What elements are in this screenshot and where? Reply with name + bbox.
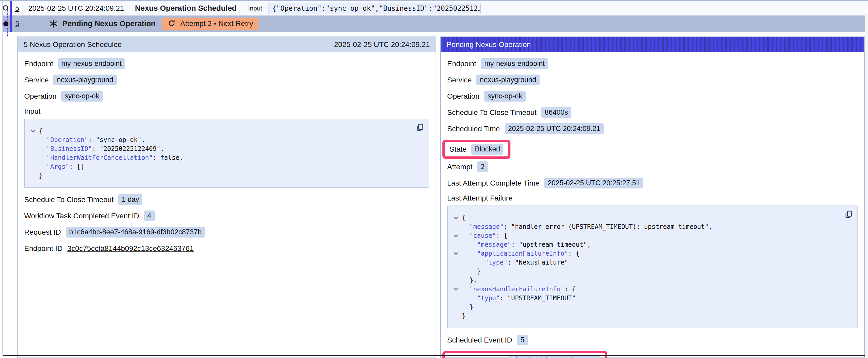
right-gutter	[865, 15, 868, 358]
json-line-text: }	[462, 312, 466, 321]
field-label: Scheduled Time	[447, 125, 500, 133]
chevron-spacer	[450, 294, 462, 303]
field-value-chip: 2	[477, 161, 488, 172]
collapse-chevron-icon[interactable]	[450, 249, 462, 258]
field-row-last-attempt-complete-time: Last Attempt Complete Time 2025-02-25 UT…	[447, 178, 858, 189]
input-section-label: Input	[24, 107, 429, 116]
field-label: Service	[447, 76, 471, 84]
event-detail-area: 5 Nexus Operation Scheduled 2025-02-25 U…	[3, 32, 868, 358]
field-label: State	[450, 145, 467, 154]
field-row-endpoint: Endpoint my-nexus-endpoint	[24, 58, 429, 69]
json-line-text: "applicationFailureInfo": {	[462, 249, 580, 258]
chevron-spacer	[450, 222, 462, 231]
field-value-chip: my-nexus-endpoint	[58, 58, 125, 69]
json-line: "Operation": "sync-op-ok",	[27, 135, 413, 144]
field-label: Last Attempt Complete Time	[447, 179, 539, 187]
json-line-text: "message": "handler error (UPSTREAM_TIME…	[462, 222, 712, 231]
input-json-block: { "Operation": "sync-op-ok", "BusinessID…	[24, 119, 429, 188]
pending-operation-title: Pending Nexus Operation	[63, 20, 156, 28]
collapse-chevron-icon[interactable]	[27, 127, 39, 135]
chevron-spacer	[27, 162, 39, 171]
field-value-chip: 5	[517, 335, 528, 346]
chevron-spacer	[450, 258, 462, 267]
json-line: }	[27, 171, 413, 180]
field-row-operation: Operation sync-op-ok	[447, 91, 858, 102]
field-value-chip: b1c6a4bc-8ee7-468a-9169-df3b02c8737b	[66, 227, 205, 237]
panel-timestamp: 2025-02-25 UTC 20:24:09.21	[334, 40, 430, 49]
failure-json-block: { "message": "handler error (UPSTREAM_TI…	[447, 205, 858, 328]
state-value-chip: Blocked	[471, 144, 503, 155]
event-row-nexus-operation-scheduled[interactable]: 5 2025-02-25 UTC 20:24:09.21 Nexus Opera…	[3, 1, 868, 15]
field-label: Schedule To Close Timeout	[447, 108, 536, 117]
field-row-schedule-to-close-timeout: Schedule To Close Timeout 1 day	[24, 194, 429, 205]
event-name: Nexus Operation Scheduled	[135, 4, 237, 12]
field-row-endpoint: Endpoint my-nexus-endpoint	[447, 58, 858, 69]
field-label: Blocked Reason	[450, 356, 503, 358]
field-row-scheduled-time: Scheduled Time 2025-02-25 UTC 20:24:09.2…	[447, 123, 858, 134]
json-line-text: "type": "UPSTREAM_TIMEOUT"	[462, 294, 576, 303]
field-label: Endpoint	[447, 60, 476, 68]
pending-operation-panel: Pending Nexus Operation Endpoint my-nexu…	[440, 36, 865, 358]
json-line: "applicationFailureInfo": {	[450, 249, 842, 258]
endpoint-id-link[interactable]: 3c0c75ccfa8144b092c13ce632463761	[67, 245, 194, 253]
json-line-text: "Operation": "sync-op-ok",	[39, 135, 145, 144]
chevron-spacer	[27, 135, 39, 144]
json-line: "cause": {	[450, 231, 842, 240]
field-row-request-id: Request ID b1c6a4bc-8ee7-468a-9169-df3b0…	[24, 227, 429, 237]
timeline-filled-circle-icon	[3, 21, 8, 26]
json-line: "message": "handler error (UPSTREAM_TIME…	[450, 222, 842, 231]
pending-operation-panel-header: Pending Nexus Operation	[441, 37, 864, 52]
json-line: "nexusHandlerFailureInfo": {	[450, 285, 842, 294]
field-label: Service	[24, 76, 49, 84]
json-line-text: }	[39, 171, 42, 180]
field-value-chip: 2025-02-25 UTC 20:24:09.21	[505, 123, 604, 134]
json-line: "type": "NexusFailure"	[450, 258, 842, 267]
json-line-text: "message": "upstream timeout",	[462, 240, 591, 249]
scheduled-event-panel-body: Endpoint my-nexus-endpoint Service nexus…	[18, 52, 436, 262]
copy-button[interactable]	[844, 210, 853, 220]
field-value-chip: 2025-02-25 UTC 20:25:27.51	[544, 178, 643, 189]
field-value-chip: 1 day	[118, 194, 143, 205]
field-row-endpoint-id: Endpoint ID 3c0c75ccfa8144b092c13ce63246…	[24, 243, 429, 254]
json-line: },	[450, 276, 842, 285]
chevron-spacer	[27, 153, 39, 162]
chevron-spacer	[450, 240, 462, 249]
collapse-chevron-icon[interactable]	[450, 231, 462, 240]
field-row-workflow-task-completed-event-id: Workflow Task Completed Event ID 4	[24, 210, 429, 221]
field-value-chip: sync-op-ok	[484, 91, 526, 102]
nexus-star-icon	[49, 19, 58, 28]
event-input-preview-chip[interactable]: {"Operation":"sync-op-ok","BusinessID":"…	[268, 3, 481, 14]
json-line: }	[450, 303, 842, 312]
history-bottom-divider	[3, 355, 868, 356]
temporal-event-history-screen: 5 2025-02-25 UTC 20:24:09.21 Nexus Opera…	[0, 0, 868, 358]
json-line-text: }	[462, 303, 473, 312]
pending-operation-row[interactable]: 5 Pending Nexus Operation Attempt 2 • Ne…	[3, 15, 868, 32]
field-value-chip: nexus-playground	[53, 74, 117, 85]
json-line: "type": "UPSTREAM_TIMEOUT"	[450, 294, 842, 303]
json-line: "HandlerWaitForCancellation": false,	[27, 153, 413, 162]
collapse-chevron-icon[interactable]	[450, 214, 462, 222]
event-id-link[interactable]: 5	[15, 4, 20, 12]
json-line: {	[27, 127, 413, 135]
collapse-chevron-icon[interactable]	[450, 285, 462, 294]
pending-operation-panel-body: Endpoint my-nexus-endpoint Service nexus…	[441, 52, 864, 358]
copy-button[interactable]	[415, 123, 425, 133]
scheduled-event-panel: 5 Nexus Operation Scheduled 2025-02-25 U…	[17, 36, 436, 358]
field-value-chip: sync-op-ok	[61, 91, 103, 102]
json-line-text: {	[39, 127, 42, 135]
json-line: }	[450, 267, 842, 276]
chevron-spacer	[450, 267, 462, 276]
chevron-spacer	[27, 144, 39, 153]
field-label: Request ID	[24, 228, 61, 236]
field-row-state: State Blocked	[447, 140, 858, 159]
pending-id-link[interactable]: 5	[15, 20, 20, 28]
json-line-text: }	[462, 267, 481, 276]
json-line-text: "type": "NexusFailure"	[462, 258, 568, 267]
failure-section-label: Last Attempt Failure	[447, 194, 858, 202]
field-row-scheduled-event-id: Scheduled Event ID 5	[447, 335, 858, 346]
field-row-operation: Operation sync-op-ok	[24, 91, 429, 102]
json-line: "BusinessID": "20250225122409",	[27, 144, 413, 153]
json-line-text: "Args": []	[39, 162, 84, 171]
json-line-text: },	[462, 276, 477, 285]
field-label: Operation	[24, 92, 57, 100]
